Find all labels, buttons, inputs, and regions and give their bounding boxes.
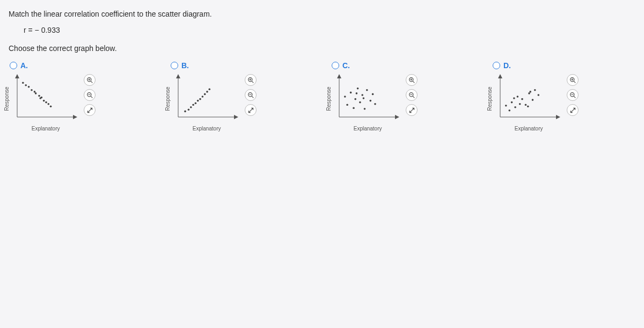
tools-a [84, 74, 96, 116]
choice-c-label: C. [342, 61, 350, 70]
tools-d [567, 74, 579, 116]
svg-marker-42 [556, 115, 560, 119]
svg-line-50 [570, 110, 573, 112]
svg-line-24 [248, 110, 251, 112]
svg-line-37 [409, 110, 412, 112]
radio-b[interactable] [171, 62, 178, 69]
y-axis-label-d: Response [487, 86, 493, 111]
choice-b-header[interactable]: B. [171, 61, 310, 70]
data-point [199, 98, 201, 100]
data-point [195, 102, 197, 104]
data-point [34, 91, 36, 93]
zoom-in-icon[interactable] [245, 74, 257, 86]
data-point [346, 104, 348, 106]
zoom-in-icon[interactable] [567, 74, 579, 86]
data-point [538, 94, 540, 96]
svg-line-31 [413, 81, 414, 83]
svg-marker-29 [395, 115, 399, 119]
svg-line-51 [573, 108, 575, 110]
data-point [525, 104, 527, 106]
svg-marker-1 [15, 74, 19, 78]
question-text: Match the linear correlation coefficient… [9, 10, 635, 18]
choice-a: A. Response Explanatory [10, 61, 149, 124]
choice-d-label: D. [503, 61, 511, 70]
correlation-coefficient: r = − 0.933 [24, 26, 635, 34]
zoom-out-icon[interactable] [245, 89, 257, 101]
svg-line-25 [251, 108, 253, 110]
data-point [357, 88, 359, 90]
data-point [344, 96, 346, 98]
data-point [366, 89, 368, 91]
data-point [509, 110, 511, 112]
data-point [519, 103, 521, 105]
data-point [197, 100, 199, 102]
data-point [532, 99, 534, 101]
zoom-out-icon[interactable] [567, 89, 579, 101]
points-b [184, 89, 210, 113]
x-axis-label-b: Explanatory [193, 126, 221, 132]
expand-icon[interactable] [567, 104, 579, 116]
data-point [527, 105, 529, 107]
choice-a-header[interactable]: A. [10, 61, 149, 70]
data-point [184, 111, 186, 113]
svg-line-35 [413, 96, 414, 98]
zoom-in-icon[interactable] [84, 74, 96, 86]
scatter-d: Response Explanatory [493, 73, 562, 124]
data-point [50, 105, 52, 107]
scatter-c: Response Explanatory [332, 73, 401, 124]
data-point [190, 106, 192, 108]
data-point [45, 101, 47, 104]
choice-c: C. Response Explanatory [332, 61, 471, 124]
data-point [529, 91, 531, 93]
svg-line-22 [252, 96, 253, 98]
radio-d[interactable] [493, 62, 500, 69]
y-axis-label-a: Response [4, 86, 10, 111]
points-c [344, 88, 376, 110]
data-point [31, 89, 33, 91]
scatter-b: Response Explanatory [171, 73, 240, 124]
data-point [202, 96, 204, 98]
expand-icon[interactable] [245, 104, 257, 116]
data-point [25, 84, 27, 86]
scatter-svg-a [10, 73, 79, 124]
svg-line-11 [87, 110, 90, 112]
data-point [361, 94, 363, 96]
instruction-text: Choose the correct graph below. [9, 44, 635, 53]
zoom-in-icon[interactable] [406, 74, 418, 86]
data-point [534, 89, 536, 91]
points-a [22, 82, 52, 107]
data-point [359, 101, 361, 104]
data-point [372, 93, 374, 96]
data-point [22, 82, 24, 84]
scatter-a: Response Explanatory [10, 73, 79, 124]
svg-marker-27 [337, 74, 341, 78]
radio-c[interactable] [332, 62, 339, 69]
svg-line-5 [91, 81, 92, 83]
data-point [511, 101, 513, 104]
zoom-out-icon[interactable] [406, 89, 418, 101]
data-point [517, 96, 519, 98]
x-axis-label-d: Explanatory [515, 126, 543, 132]
choice-d-header[interactable]: D. [493, 61, 632, 70]
data-point [528, 92, 530, 94]
data-point [356, 92, 358, 94]
radio-a[interactable] [10, 62, 17, 69]
tools-c [406, 74, 418, 116]
y-axis-label-b: Response [165, 86, 171, 111]
expand-icon[interactable] [406, 104, 418, 116]
data-point [363, 97, 365, 99]
points-d [505, 89, 539, 112]
data-point [43, 100, 45, 102]
data-point [354, 98, 356, 100]
data-point [505, 105, 507, 107]
data-point [48, 103, 50, 105]
choice-d: D. Response Explanatory [493, 61, 632, 124]
data-point [35, 92, 37, 94]
choice-c-header[interactable]: C. [332, 61, 471, 70]
choice-b-label: B. [181, 61, 189, 70]
zoom-out-icon[interactable] [84, 89, 96, 101]
data-point [38, 95, 40, 97]
data-point [364, 108, 366, 110]
expand-icon[interactable] [84, 104, 96, 116]
data-point [188, 109, 190, 111]
